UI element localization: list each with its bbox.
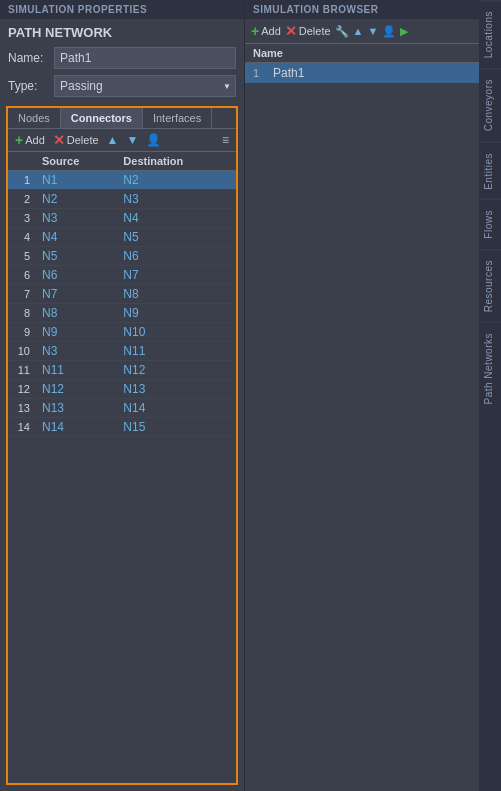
sidebar-tab-locations[interactable]: Locations: [479, 0, 501, 68]
table-row[interactable]: 10 N3 N11: [8, 342, 236, 361]
browser-item[interactable]: 1 Path1: [245, 63, 479, 83]
row-index: 4: [8, 228, 36, 247]
browser-item-name: Path1: [273, 66, 304, 80]
row-source: N2: [36, 190, 117, 209]
row-destination: N7: [117, 266, 236, 285]
tabs-row: Nodes Connectors Interfaces: [8, 108, 236, 129]
row-source: N3: [36, 342, 117, 361]
delete-icon: ✕: [53, 132, 65, 148]
row-destination: N13: [117, 380, 236, 399]
table-row[interactable]: 7 N7 N8: [8, 285, 236, 304]
add-label: Add: [25, 134, 45, 146]
row-index: 10: [8, 342, 36, 361]
row-source: N5: [36, 247, 117, 266]
user-button[interactable]: 👤: [143, 132, 164, 148]
row-destination: N5: [117, 228, 236, 247]
browser-user-button[interactable]: 👤: [382, 25, 396, 38]
sidebar-tab-conveyors[interactable]: Conveyors: [479, 68, 501, 141]
table-row[interactable]: 8 N8 N9: [8, 304, 236, 323]
row-source: N4: [36, 228, 117, 247]
browser-col-name: Name: [245, 44, 479, 63]
browser-down-icon: ▼: [367, 25, 378, 37]
row-destination: N15: [117, 418, 236, 437]
table-row[interactable]: 3 N3 N4: [8, 209, 236, 228]
run-icon: ▶: [400, 25, 408, 38]
table-row[interactable]: 13 N13 N14: [8, 399, 236, 418]
name-label: Name:: [8, 51, 54, 65]
row-source: N13: [36, 399, 117, 418]
col-index: [8, 152, 36, 171]
row-index: 14: [8, 418, 36, 437]
browser-header: SIMULATION BROWSER: [245, 0, 479, 19]
table-toolbar: + Add ✕ Delete ▲ ▼ 👤 ≡: [8, 129, 236, 152]
browser-settings-button[interactable]: 🔧: [335, 25, 349, 38]
arrow-up-icon: ▲: [107, 133, 119, 147]
row-source: N11: [36, 361, 117, 380]
table-row[interactable]: 5 N5 N6: [8, 247, 236, 266]
move-down-button[interactable]: ▼: [123, 132, 141, 148]
row-destination: N6: [117, 247, 236, 266]
row-destination: N3: [117, 190, 236, 209]
move-up-button[interactable]: ▲: [104, 132, 122, 148]
right-panel: SIMULATION BROWSER + Add ✕ Delete 🔧 ▲ ▼ …: [245, 0, 501, 791]
connector-section: Nodes Connectors Interfaces + Add ✕ Dele…: [6, 106, 238, 785]
row-source: N6: [36, 266, 117, 285]
table-row[interactable]: 11 N11 N12: [8, 361, 236, 380]
row-index: 1: [8, 171, 36, 190]
browser-up-button[interactable]: ▲: [353, 25, 364, 37]
sidebar-tab-flows[interactable]: Flows: [479, 199, 501, 249]
table-row[interactable]: 14 N14 N15: [8, 418, 236, 437]
table-row[interactable]: 9 N9 N10: [8, 323, 236, 342]
menu-button[interactable]: ≡: [219, 132, 232, 148]
row-source: N1: [36, 171, 117, 190]
row-destination: N12: [117, 361, 236, 380]
sidebar-tab-resources[interactable]: Resources: [479, 249, 501, 322]
row-source: N8: [36, 304, 117, 323]
type-row: Type: Passing Merging Splitting: [0, 72, 244, 100]
table-row[interactable]: 4 N4 N5: [8, 228, 236, 247]
row-source: N3: [36, 209, 117, 228]
tab-interfaces[interactable]: Interfaces: [143, 108, 212, 128]
browser-up-icon: ▲: [353, 25, 364, 37]
browser-down-button[interactable]: ▼: [367, 25, 378, 37]
browser-run-button[interactable]: ▶: [400, 25, 408, 38]
delete-button[interactable]: ✕ Delete: [50, 131, 102, 149]
browser-user-icon: 👤: [382, 25, 396, 38]
browser-toolbar: + Add ✕ Delete 🔧 ▲ ▼ 👤 ▶: [245, 19, 479, 44]
row-source: N12: [36, 380, 117, 399]
table-row[interactable]: 6 N6 N7: [8, 266, 236, 285]
row-index: 3: [8, 209, 36, 228]
type-select[interactable]: Passing Merging Splitting: [54, 75, 236, 97]
user-icon: 👤: [146, 133, 161, 147]
row-index: 13: [8, 399, 36, 418]
arrow-down-icon: ▼: [126, 133, 138, 147]
browser-delete-label: Delete: [299, 25, 331, 37]
row-destination: N8: [117, 285, 236, 304]
row-destination: N11: [117, 342, 236, 361]
table-row[interactable]: 1 N1 N2: [8, 171, 236, 190]
sidebar-tab-entities[interactable]: Entities: [479, 142, 501, 200]
tab-nodes[interactable]: Nodes: [8, 108, 61, 128]
browser-area: SIMULATION BROWSER + Add ✕ Delete 🔧 ▲ ▼ …: [245, 0, 479, 791]
table-row[interactable]: 12 N12 N13: [8, 380, 236, 399]
row-index: 8: [8, 304, 36, 323]
row-index: 7: [8, 285, 36, 304]
row-source: N9: [36, 323, 117, 342]
col-destination: Destination: [117, 152, 236, 171]
row-destination: N4: [117, 209, 236, 228]
row-index: 5: [8, 247, 36, 266]
browser-delete-button[interactable]: ✕ Delete: [285, 23, 331, 39]
sidebar-tab-path-networks[interactable]: Path Networks: [479, 322, 501, 415]
browser-add-button[interactable]: + Add: [251, 23, 281, 39]
type-label: Type:: [8, 79, 54, 93]
row-destination: N14: [117, 399, 236, 418]
menu-icon: ≡: [222, 133, 229, 147]
table-row[interactable]: 2 N2 N3: [8, 190, 236, 209]
tab-connectors[interactable]: Connectors: [61, 108, 143, 128]
add-button[interactable]: + Add: [12, 131, 48, 149]
left-panel: SIMULATION PROPERTIES PATH NETWORK Name:…: [0, 0, 245, 791]
name-input[interactable]: [54, 47, 236, 69]
sidebar-tabs: Locations Conveyors Entities Flows Resou…: [479, 0, 501, 791]
row-index: 9: [8, 323, 36, 342]
browser-delete-icon: ✕: [285, 23, 297, 39]
